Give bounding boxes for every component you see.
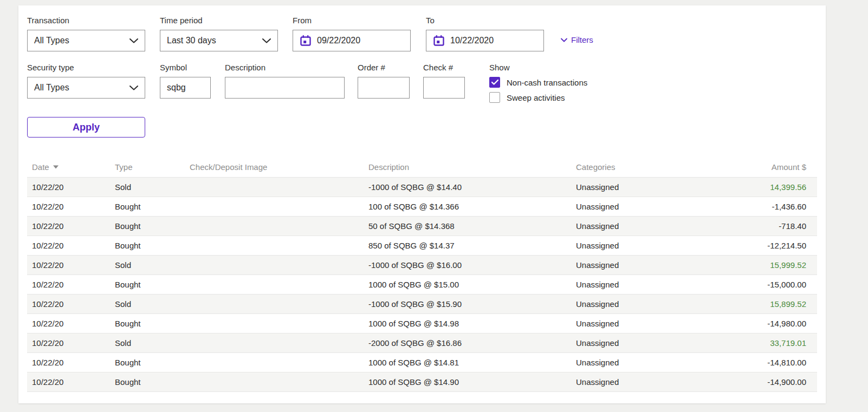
cell-description: 100 of SQBG @ $14.366 (364, 202, 571, 211)
cell-date: 10/22/20 (27, 182, 110, 192)
symbol-label: Symbol (160, 62, 211, 73)
cell-categories: Unassigned (571, 319, 721, 328)
time-period-selected-value: Last 30 days (167, 36, 216, 45)
table-row[interactable]: 10/22/20Sold-1000 of SQBG @ $15.90Unassi… (27, 295, 817, 314)
cell-categories: Unassigned (571, 202, 721, 211)
column-header-amount[interactable]: Amount $ (721, 162, 817, 172)
table-row[interactable]: 10/22/20Bought1000 of SQBG @ $14.90Unass… (27, 372, 817, 392)
check-number-label: Check # (423, 62, 465, 73)
security-type-selected-value: All Types (34, 83, 69, 93)
cell-type: Bought (110, 358, 185, 367)
cell-type: Sold (110, 260, 185, 270)
cell-type: Bought (110, 241, 185, 250)
filters-link-label: Filters (571, 35, 593, 44)
cell-date: 10/22/20 (27, 280, 110, 289)
cell-categories: Unassigned (571, 377, 721, 387)
column-header-categories[interactable]: Categories (571, 162, 721, 172)
check-number-input[interactable] (423, 77, 465, 99)
date-header-label: Date (32, 162, 49, 172)
chevron-down-icon (129, 86, 138, 90)
cell-categories: Unassigned (571, 299, 721, 309)
cell-description: 850 of SQBG @ $14.37 (364, 241, 571, 250)
cell-categories: Unassigned (571, 358, 721, 367)
cell-categories: Unassigned (571, 221, 721, 231)
time-period-label: Time period (160, 15, 278, 25)
from-date-label: From (293, 15, 411, 25)
cell-amount: 14,399.56 (721, 182, 817, 192)
to-date-input[interactable]: 10/22/2020 (426, 30, 544, 51)
cell-amount: -14,900.00 (721, 377, 817, 387)
apply-button[interactable]: Apply (27, 117, 145, 138)
table-row[interactable]: 10/22/20Sold-1000 of SQBG @ $14.40Unassi… (27, 178, 817, 197)
cell-categories: Unassigned (571, 260, 721, 270)
table-body: 10/22/20Sold-1000 of SQBG @ $14.40Unassi… (27, 177, 817, 392)
cell-type: Sold (110, 299, 185, 309)
show-label: Show (489, 62, 587, 73)
cell-date: 10/22/20 (27, 221, 110, 231)
cell-description: 1000 of SQBG @ $14.98 (364, 319, 571, 328)
security-type-label: Security type (27, 62, 145, 73)
cell-date: 10/22/20 (27, 338, 110, 348)
cell-description: -1000 of SQBG @ $16.00 (364, 260, 571, 270)
symbol-field: Symbol (160, 62, 211, 99)
transactions-panel: Transaction All Types Time period Last 3… (18, 5, 826, 403)
cell-amount: -15,000.00 (721, 280, 817, 289)
chevron-down-icon (129, 38, 138, 43)
cell-amount: -1,436.60 (721, 202, 817, 211)
non-cash-transactions-option[interactable]: Non-cash transactions (489, 77, 587, 88)
column-header-type[interactable]: Type (110, 162, 185, 172)
cell-description: -1000 of SQBG @ $14.40 (364, 182, 571, 192)
cell-categories: Unassigned (571, 280, 721, 289)
cell-description: -1000 of SQBG @ $15.90 (364, 299, 571, 309)
calendar-icon (433, 35, 445, 47)
table-row[interactable]: 10/22/20Sold-2000 of SQBG @ $16.86Unassi… (27, 333, 817, 353)
cell-categories: Unassigned (571, 338, 721, 348)
cell-description: 1000 of SQBG @ $15.00 (364, 280, 571, 289)
cell-type: Bought (110, 221, 185, 231)
table-row[interactable]: 10/22/20Bought1000 of SQBG @ $14.81Unass… (27, 353, 817, 372)
cell-date: 10/22/20 (27, 241, 110, 250)
from-date-value: 09/22/2020 (317, 36, 360, 45)
description-label: Description (225, 62, 345, 73)
table-row[interactable]: 10/22/20Bought100 of SQBG @ $14.366Unass… (27, 197, 817, 217)
cell-categories: Unassigned (571, 182, 721, 192)
symbol-input[interactable] (160, 77, 211, 99)
order-number-field: Order # (358, 62, 410, 99)
non-cash-transactions-checkbox[interactable] (489, 77, 500, 88)
order-number-input[interactable] (358, 77, 410, 99)
security-type-select[interactable]: All Types (27, 77, 145, 99)
transaction-select[interactable]: All Types (27, 30, 145, 51)
column-header-description[interactable]: Description (364, 162, 571, 172)
security-type-field: Security type All Types (27, 62, 145, 99)
check-number-field: Check # (423, 62, 465, 99)
cell-amount: -14,980.00 (721, 319, 817, 328)
to-date-field: To 10/22/2020 (426, 15, 544, 51)
order-number-label: Order # (358, 62, 410, 73)
table-row[interactable]: 10/22/20Bought50 of SQBG @ $14.368Unassi… (27, 217, 817, 236)
cell-date: 10/22/20 (27, 319, 110, 328)
cell-description: 1000 of SQBG @ $14.81 (364, 358, 571, 367)
time-period-select[interactable]: Last 30 days (160, 30, 278, 51)
cell-type: Bought (110, 377, 185, 387)
cell-type: Bought (110, 280, 185, 289)
sweep-activities-option[interactable]: Sweep activities (489, 92, 587, 103)
cell-date: 10/22/20 (27, 202, 110, 211)
filters-toggle[interactable]: Filters (561, 35, 593, 44)
transaction-field: Transaction All Types (27, 15, 145, 51)
table-row[interactable]: 10/22/20Bought850 of SQBG @ $14.37Unassi… (27, 236, 817, 256)
cell-amount: -14,810.00 (721, 358, 817, 367)
table-row[interactable]: 10/22/20Bought1000 of SQBG @ $15.00Unass… (27, 275, 817, 295)
cell-type: Sold (110, 338, 185, 348)
table-row[interactable]: 10/22/20Bought1000 of SQBG @ $14.98Unass… (27, 314, 817, 333)
sweep-activities-checkbox[interactable] (489, 92, 500, 103)
column-header-check-deposit-image[interactable]: Check/Deposit Image (185, 162, 364, 172)
calendar-icon (300, 35, 312, 47)
cell-amount: 33,719.01 (721, 338, 817, 348)
column-header-date[interactable]: Date (27, 162, 110, 172)
description-input[interactable] (225, 77, 345, 99)
from-date-input[interactable]: 09/22/2020 (293, 30, 411, 51)
table-row[interactable]: 10/22/20Sold-1000 of SQBG @ $16.00Unassi… (27, 256, 817, 275)
from-date-field: From 09/22/2020 (293, 15, 411, 51)
cell-amount: -718.40 (721, 221, 817, 231)
show-group: Show Non-cash transactions Sweep activit… (489, 62, 587, 103)
